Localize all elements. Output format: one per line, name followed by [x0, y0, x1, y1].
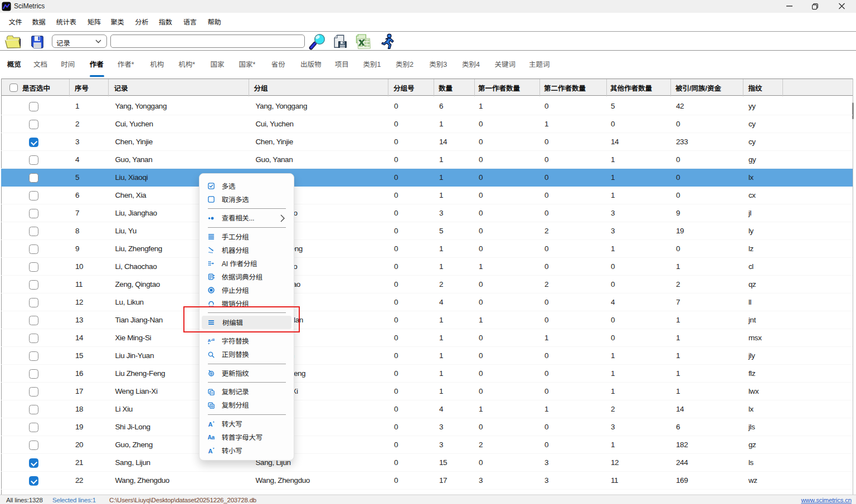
svg-text:a: a — [211, 434, 215, 441]
svg-text:B: B — [212, 338, 215, 341]
svg-text:A: A — [208, 338, 211, 343]
svg-text:A: A — [208, 448, 212, 454]
svg-text:A: A — [208, 421, 212, 427]
